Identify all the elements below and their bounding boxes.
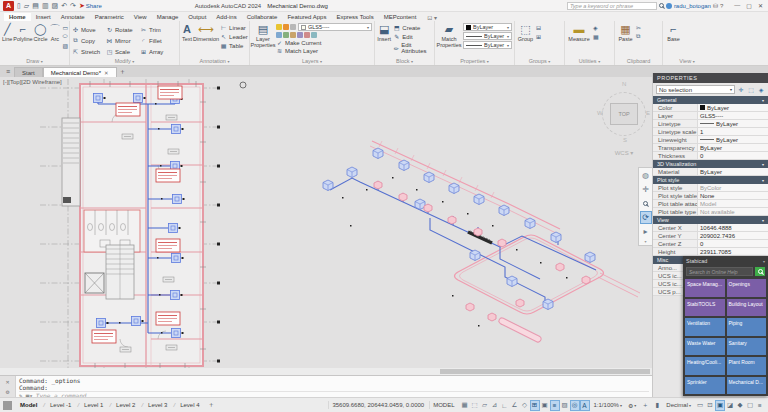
- navbar-menu-icon[interactable]: ▾: [644, 239, 646, 244]
- property-row[interactable]: Plot table type Not available: [653, 208, 768, 216]
- wcs-menu[interactable]: WCS ▾: [596, 149, 652, 156]
- plot-icon[interactable]: ▨: [52, 1, 59, 11]
- graphics-performance-icon[interactable]: ▣: [715, 400, 725, 411]
- customization-icon[interactable]: ≡: [755, 400, 765, 411]
- fillet-button[interactable]: ◜Fillet: [140, 35, 174, 46]
- ortho-icon[interactable]: ∟: [500, 400, 510, 411]
- ribbon-tab[interactable]: Express Tools: [331, 13, 378, 21]
- stabicad-tool-button[interactable]: Ventilation: [685, 318, 725, 336]
- circle-button[interactable]: ◯Circle: [33, 22, 47, 43]
- polyline-button[interactable]: ⌐Polyline: [14, 22, 31, 43]
- color-dropdown[interactable]: ByLayer▾: [463, 23, 512, 31]
- stabicad-tool-button[interactable]: Waste Water: [685, 338, 725, 356]
- stretch-button[interactable]: ⇱Stretch: [72, 46, 106, 57]
- ribbon-tab[interactable]: Add-ins: [211, 13, 241, 21]
- save-icon[interactable]: ▤: [32, 1, 39, 11]
- tray-plot-icon[interactable]: ◪: [725, 400, 735, 411]
- steering-wheel-icon[interactable]: ◍: [640, 169, 652, 182]
- rectangle-icon[interactable]: ▭: [62, 24, 68, 31]
- share-button[interactable]: ➤ Share: [79, 2, 102, 10]
- close-tab-icon[interactable]: ✕: [104, 70, 109, 76]
- search-input[interactable]: Type a keyword or phrase: [567, 2, 657, 10]
- property-row[interactable]: Plot table attac... Model: [653, 200, 768, 208]
- ribbon-tab[interactable]: Output: [183, 13, 211, 21]
- edit-block-button[interactable]: ✎Edit: [393, 33, 432, 40]
- rotate-button[interactable]: ↻Rotate: [106, 24, 140, 35]
- property-row[interactable]: Layer GLS5----: [653, 112, 768, 120]
- search-icon[interactable]: [659, 3, 664, 8]
- ribbon-tab[interactable]: Insert: [31, 13, 56, 21]
- maximize-button[interactable]: ▢: [746, 2, 752, 9]
- drawing-area[interactable]: [-][Top][2D Wireframe]: [0, 77, 652, 375]
- ribbon-tab[interactable]: Collaborate: [242, 13, 283, 21]
- layer-properties-button[interactable]: ▤ Layer Properties: [252, 22, 274, 48]
- create-block-button[interactable]: ⬒Create: [393, 24, 432, 31]
- ribbon-tab[interactable]: Featured Apps: [282, 13, 331, 21]
- annotation-sync-icon[interactable]: ⚙▾: [626, 402, 638, 409]
- isodraft-icon[interactable]: ◇: [520, 400, 530, 411]
- ribbon-tab[interactable]: Manage: [152, 13, 184, 21]
- toggle-pickadd-icon[interactable]: ✛: [737, 86, 745, 94]
- redo-icon[interactable]: ↷: [70, 1, 76, 11]
- layout-tab[interactable]: Model: [17, 402, 40, 408]
- viewcube-west[interactable]: W: [597, 110, 603, 116]
- cut-icon[interactable]: ✂: [636, 24, 641, 31]
- copy-button[interactable]: ⧉Copy: [72, 35, 106, 46]
- select-objects-icon[interactable]: ⬚: [747, 86, 755, 94]
- layer-dropdown[interactable]: GLS5----▾: [298, 23, 372, 31]
- snap-icon[interactable]: ⬚: [470, 400, 480, 411]
- property-row[interactable]: Color ByLayer: [653, 104, 768, 112]
- grid-icon[interactable]: ▦: [460, 400, 470, 411]
- showmotion-icon[interactable]: ▸: [640, 225, 652, 238]
- app-menu-button[interactable]: A: [3, 1, 14, 11]
- object-snap-tracking-icon[interactable]: ⊞: [530, 400, 540, 411]
- close-command-icon[interactable]: ✕: [6, 378, 10, 385]
- tray-updates-icon[interactable]: ◆: [735, 400, 745, 411]
- command-window-grip[interactable]: ✕ ⚙: [0, 376, 16, 397]
- layout-tab[interactable]: Level 2: [106, 402, 138, 408]
- stabicad-tool-button[interactable]: StabiTOOLS: [685, 299, 725, 317]
- property-row[interactable]: Linetype scale 1: [653, 128, 768, 136]
- group-edit-icon[interactable]: ⊞: [536, 33, 541, 40]
- ribbon-tab[interactable]: Annotate: [56, 13, 90, 21]
- new-file-icon[interactable]: ▯: [17, 1, 21, 11]
- paste-button[interactable]: ▦Paste: [617, 22, 634, 43]
- property-row[interactable]: Center Z 0: [653, 240, 768, 248]
- layout-tab[interactable]: Level -1: [40, 402, 74, 408]
- property-row[interactable]: Thickness 0: [653, 152, 768, 160]
- help-icon[interactable]: ?: [720, 3, 723, 9]
- units-dropdown[interactable]: Decimal▾: [664, 402, 693, 408]
- dimension-button[interactable]: ⟷Dimension: [194, 22, 218, 43]
- stabicad-search-input[interactable]: Search in Online Help: [686, 267, 753, 276]
- stabicad-tool-button[interactable]: Heating/Cooli...: [685, 357, 725, 375]
- infer-constraints-icon[interactable]: ▱: [480, 400, 490, 411]
- linear-button[interactable]: ⊢Linear: [220, 24, 248, 31]
- orbit-icon[interactable]: ⟳: [640, 211, 652, 224]
- stabicad-tool-button[interactable]: Piping: [727, 318, 767, 336]
- ribbon-tab[interactable]: Home: [4, 13, 31, 21]
- file-tab-menu-icon[interactable]: ≡: [2, 67, 14, 77]
- ellipse-icon[interactable]: ⬭: [62, 33, 68, 40]
- property-row[interactable]: Material ByLayer: [653, 168, 768, 176]
- match-layer-button[interactable]: ≋Match Layer: [276, 47, 372, 54]
- stabicad-tool-button[interactable]: Space Manag...: [685, 279, 725, 297]
- add-scales-icon[interactable]: ＋: [640, 400, 650, 411]
- scale-button[interactable]: ◳Scale: [106, 46, 140, 57]
- polar-tracking-icon[interactable]: ∠: [510, 400, 520, 411]
- selection-cycling-icon[interactable]: ◎: [570, 400, 580, 411]
- edit-attributes-button[interactable]: ✏Edit Attributes: [393, 42, 432, 54]
- new-tab-button[interactable]: ＋: [117, 67, 128, 77]
- measure-button[interactable]: ▬Measure: [567, 22, 591, 43]
- zoom-icon[interactable]: [640, 197, 652, 210]
- viewcube-north[interactable]: N: [622, 81, 626, 87]
- tab-document[interactable]: Mechanical Demo*✕: [43, 67, 117, 77]
- object-snap-icon[interactable]: ▣: [540, 400, 550, 411]
- open-file-icon[interactable]: ▱: [24, 1, 29, 11]
- viewcube-top-face[interactable]: TOP: [610, 103, 638, 125]
- dynamic-input-icon[interactable]: ⊿: [490, 400, 500, 411]
- viewcube-south[interactable]: S: [623, 137, 627, 143]
- property-row[interactable]: Plot style ByColor: [653, 184, 768, 192]
- viewcube[interactable]: N W E S TOP: [596, 81, 652, 157]
- ribbon-tab[interactable]: MEPcontent: [379, 13, 422, 21]
- stabicad-tool-button[interactable]: Openings: [727, 279, 767, 297]
